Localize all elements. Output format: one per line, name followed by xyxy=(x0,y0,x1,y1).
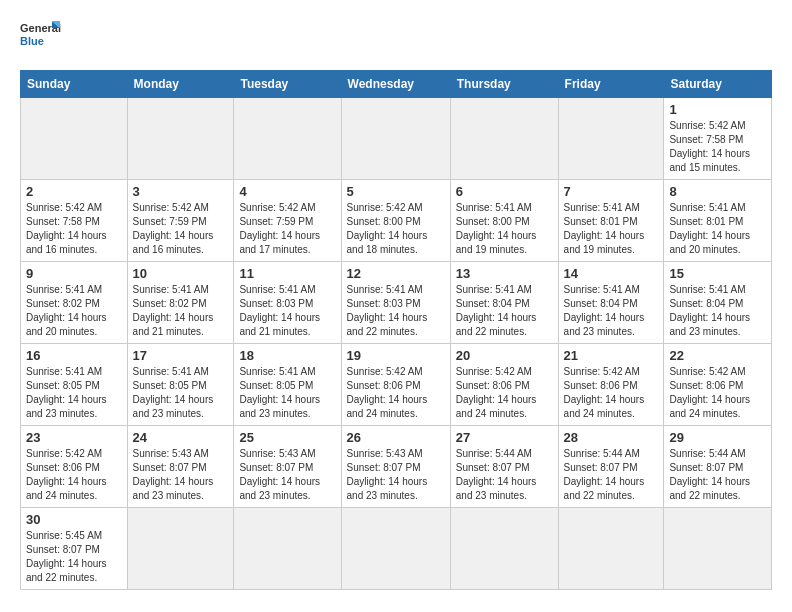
calendar-cell: 27Sunrise: 5:44 AM Sunset: 8:07 PM Dayli… xyxy=(450,426,558,508)
day-number: 26 xyxy=(347,430,445,445)
day-sun-info: Sunrise: 5:42 AM Sunset: 8:06 PM Dayligh… xyxy=(564,365,659,421)
day-number: 13 xyxy=(456,266,553,281)
day-sun-info: Sunrise: 5:43 AM Sunset: 8:07 PM Dayligh… xyxy=(133,447,229,503)
day-sun-info: Sunrise: 5:41 AM Sunset: 8:02 PM Dayligh… xyxy=(26,283,122,339)
day-number: 4 xyxy=(239,184,335,199)
day-sun-info: Sunrise: 5:41 AM Sunset: 8:04 PM Dayligh… xyxy=(564,283,659,339)
calendar-cell: 15Sunrise: 5:41 AM Sunset: 8:04 PM Dayli… xyxy=(664,262,772,344)
day-sun-info: Sunrise: 5:41 AM Sunset: 8:04 PM Dayligh… xyxy=(669,283,766,339)
calendar-cell: 10Sunrise: 5:41 AM Sunset: 8:02 PM Dayli… xyxy=(127,262,234,344)
svg-text:Blue: Blue xyxy=(20,35,44,47)
calendar-cell: 16Sunrise: 5:41 AM Sunset: 8:05 PM Dayli… xyxy=(21,344,128,426)
calendar-week-row: 16Sunrise: 5:41 AM Sunset: 8:05 PM Dayli… xyxy=(21,344,772,426)
calendar-week-row: 1Sunrise: 5:42 AM Sunset: 7:58 PM Daylig… xyxy=(21,98,772,180)
weekday-header-tuesday: Tuesday xyxy=(234,71,341,98)
day-number: 14 xyxy=(564,266,659,281)
day-sun-info: Sunrise: 5:41 AM Sunset: 8:04 PM Dayligh… xyxy=(456,283,553,339)
day-sun-info: Sunrise: 5:42 AM Sunset: 8:06 PM Dayligh… xyxy=(26,447,122,503)
day-sun-info: Sunrise: 5:42 AM Sunset: 7:59 PM Dayligh… xyxy=(239,201,335,257)
page-header: General Blue xyxy=(20,16,772,60)
calendar-cell xyxy=(341,98,450,180)
day-number: 3 xyxy=(133,184,229,199)
day-sun-info: Sunrise: 5:42 AM Sunset: 7:58 PM Dayligh… xyxy=(26,201,122,257)
day-number: 22 xyxy=(669,348,766,363)
day-number: 28 xyxy=(564,430,659,445)
day-number: 2 xyxy=(26,184,122,199)
day-sun-info: Sunrise: 5:41 AM Sunset: 8:01 PM Dayligh… xyxy=(564,201,659,257)
day-number: 19 xyxy=(347,348,445,363)
calendar-cell: 6Sunrise: 5:41 AM Sunset: 8:00 PM Daylig… xyxy=(450,180,558,262)
day-number: 15 xyxy=(669,266,766,281)
calendar-table: SundayMondayTuesdayWednesdayThursdayFrid… xyxy=(20,70,772,590)
calendar-cell: 2Sunrise: 5:42 AM Sunset: 7:58 PM Daylig… xyxy=(21,180,128,262)
calendar-cell: 28Sunrise: 5:44 AM Sunset: 8:07 PM Dayli… xyxy=(558,426,664,508)
day-sun-info: Sunrise: 5:42 AM Sunset: 8:06 PM Dayligh… xyxy=(347,365,445,421)
day-number: 17 xyxy=(133,348,229,363)
day-number: 8 xyxy=(669,184,766,199)
calendar-cell: 14Sunrise: 5:41 AM Sunset: 8:04 PM Dayli… xyxy=(558,262,664,344)
calendar-cell: 24Sunrise: 5:43 AM Sunset: 8:07 PM Dayli… xyxy=(127,426,234,508)
day-sun-info: Sunrise: 5:41 AM Sunset: 8:05 PM Dayligh… xyxy=(239,365,335,421)
day-number: 21 xyxy=(564,348,659,363)
calendar-cell: 8Sunrise: 5:41 AM Sunset: 8:01 PM Daylig… xyxy=(664,180,772,262)
calendar-cell xyxy=(234,98,341,180)
day-sun-info: Sunrise: 5:41 AM Sunset: 8:03 PM Dayligh… xyxy=(347,283,445,339)
calendar-cell: 29Sunrise: 5:44 AM Sunset: 8:07 PM Dayli… xyxy=(664,426,772,508)
calendar-cell: 22Sunrise: 5:42 AM Sunset: 8:06 PM Dayli… xyxy=(664,344,772,426)
day-sun-info: Sunrise: 5:41 AM Sunset: 8:00 PM Dayligh… xyxy=(456,201,553,257)
day-number: 9 xyxy=(26,266,122,281)
calendar-cell: 13Sunrise: 5:41 AM Sunset: 8:04 PM Dayli… xyxy=(450,262,558,344)
weekday-header-row: SundayMondayTuesdayWednesdayThursdayFrid… xyxy=(21,71,772,98)
calendar-cell: 18Sunrise: 5:41 AM Sunset: 8:05 PM Dayli… xyxy=(234,344,341,426)
calendar-cell xyxy=(341,508,450,590)
logo-svg: General Blue xyxy=(20,16,64,60)
day-number: 25 xyxy=(239,430,335,445)
day-number: 20 xyxy=(456,348,553,363)
weekday-header-thursday: Thursday xyxy=(450,71,558,98)
day-number: 18 xyxy=(239,348,335,363)
weekday-header-monday: Monday xyxy=(127,71,234,98)
calendar-cell: 12Sunrise: 5:41 AM Sunset: 8:03 PM Dayli… xyxy=(341,262,450,344)
calendar-cell xyxy=(664,508,772,590)
day-sun-info: Sunrise: 5:42 AM Sunset: 8:00 PM Dayligh… xyxy=(347,201,445,257)
calendar-cell xyxy=(127,98,234,180)
calendar-cell: 4Sunrise: 5:42 AM Sunset: 7:59 PM Daylig… xyxy=(234,180,341,262)
calendar-cell: 23Sunrise: 5:42 AM Sunset: 8:06 PM Dayli… xyxy=(21,426,128,508)
weekday-header-friday: Friday xyxy=(558,71,664,98)
day-sun-info: Sunrise: 5:41 AM Sunset: 8:02 PM Dayligh… xyxy=(133,283,229,339)
calendar-cell xyxy=(558,508,664,590)
day-number: 7 xyxy=(564,184,659,199)
calendar-cell: 1Sunrise: 5:42 AM Sunset: 7:58 PM Daylig… xyxy=(664,98,772,180)
day-sun-info: Sunrise: 5:41 AM Sunset: 8:03 PM Dayligh… xyxy=(239,283,335,339)
calendar-cell xyxy=(450,98,558,180)
day-sun-info: Sunrise: 5:41 AM Sunset: 8:05 PM Dayligh… xyxy=(133,365,229,421)
day-number: 6 xyxy=(456,184,553,199)
day-number: 23 xyxy=(26,430,122,445)
calendar-cell: 25Sunrise: 5:43 AM Sunset: 8:07 PM Dayli… xyxy=(234,426,341,508)
calendar-cell: 11Sunrise: 5:41 AM Sunset: 8:03 PM Dayli… xyxy=(234,262,341,344)
calendar-cell: 21Sunrise: 5:42 AM Sunset: 8:06 PM Dayli… xyxy=(558,344,664,426)
calendar-cell: 9Sunrise: 5:41 AM Sunset: 8:02 PM Daylig… xyxy=(21,262,128,344)
calendar-week-row: 9Sunrise: 5:41 AM Sunset: 8:02 PM Daylig… xyxy=(21,262,772,344)
weekday-header-sunday: Sunday xyxy=(21,71,128,98)
day-number: 10 xyxy=(133,266,229,281)
logo: General Blue xyxy=(20,16,64,60)
calendar-cell xyxy=(127,508,234,590)
weekday-header-wednesday: Wednesday xyxy=(341,71,450,98)
day-sun-info: Sunrise: 5:42 AM Sunset: 7:58 PM Dayligh… xyxy=(669,119,766,175)
calendar-week-row: 23Sunrise: 5:42 AM Sunset: 8:06 PM Dayli… xyxy=(21,426,772,508)
day-sun-info: Sunrise: 5:41 AM Sunset: 8:01 PM Dayligh… xyxy=(669,201,766,257)
day-number: 29 xyxy=(669,430,766,445)
calendar-cell: 3Sunrise: 5:42 AM Sunset: 7:59 PM Daylig… xyxy=(127,180,234,262)
day-sun-info: Sunrise: 5:41 AM Sunset: 8:05 PM Dayligh… xyxy=(26,365,122,421)
calendar-cell: 26Sunrise: 5:43 AM Sunset: 8:07 PM Dayli… xyxy=(341,426,450,508)
calendar-cell: 20Sunrise: 5:42 AM Sunset: 8:06 PM Dayli… xyxy=(450,344,558,426)
calendar-cell xyxy=(450,508,558,590)
day-sun-info: Sunrise: 5:45 AM Sunset: 8:07 PM Dayligh… xyxy=(26,529,122,585)
day-sun-info: Sunrise: 5:44 AM Sunset: 8:07 PM Dayligh… xyxy=(564,447,659,503)
day-number: 30 xyxy=(26,512,122,527)
calendar-week-row: 30Sunrise: 5:45 AM Sunset: 8:07 PM Dayli… xyxy=(21,508,772,590)
day-number: 27 xyxy=(456,430,553,445)
day-sun-info: Sunrise: 5:43 AM Sunset: 8:07 PM Dayligh… xyxy=(347,447,445,503)
day-number: 16 xyxy=(26,348,122,363)
